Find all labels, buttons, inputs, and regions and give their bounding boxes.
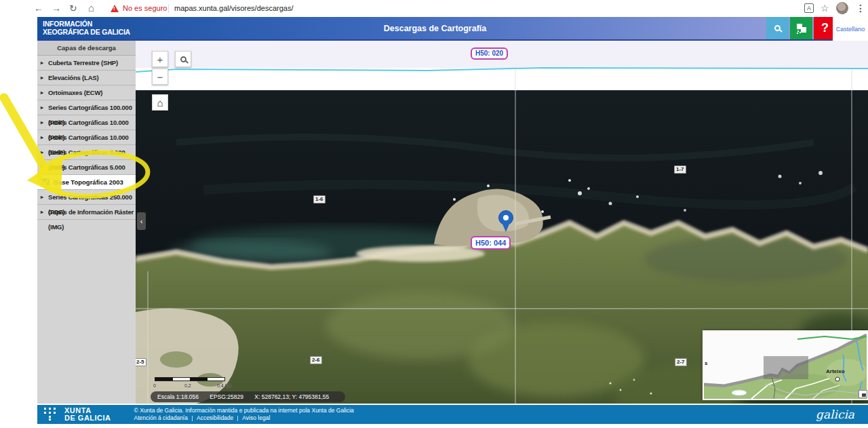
scale-tick: 0,4 km	[217, 383, 231, 388]
caret-icon: ▸	[41, 85, 43, 100]
sidebar-subitem-base-topografica-2003[interactable]: Base Topográfica 2003	[37, 175, 136, 190]
grid-label-1-7[interactable]: 1-7	[674, 166, 686, 174]
grid-label-2-7[interactable]: 2-7	[675, 358, 687, 366]
reload-icon[interactable]: ↻	[69, 2, 77, 14]
sidebar-item-series-5000-dgn[interactable]: ▾Series Cartográficas 5.000 (DGN)	[37, 160, 136, 175]
footer-link-atencion[interactable]: Atención á cidadanía	[134, 414, 188, 421]
map-status-bar: Escala 1:18.056 EPSG:25829 X: 528762,13;…	[151, 391, 345, 402]
epsg-readout: EPSG:25829	[210, 393, 243, 400]
extent-rectangle[interactable]	[764, 356, 808, 379]
help-label: ?	[821, 21, 829, 35]
scale-tick: 0	[153, 383, 156, 388]
caret-open-icon: ▾	[41, 160, 43, 175]
language-selector[interactable]: Castellano	[833, 17, 868, 41]
sidebar-item-ortoimaxes[interactable]: ▸Ortoimaxes (ECW)	[37, 85, 136, 100]
download-layers-sidebar: Capas de descarga ▸Cuberta Terrestre (SH…	[37, 41, 136, 404]
search-icon	[774, 25, 781, 31]
sidebar-subitem-label: Base Topográfica 2003	[54, 178, 123, 186]
sidebar-item-series-10000-shp[interactable]: ▸Series Cartográficas 10.000 (SHP)	[37, 130, 136, 145]
grid-label-2-6[interactable]: 2-6	[310, 356, 322, 364]
sidebar-item-capas-raster[interactable]: ▸Capas de Información Ráster (IMG)	[37, 205, 136, 220]
footer-copyright: © Xunta de Galicia. Información mantida …	[134, 407, 354, 414]
caret-icon: ▸	[41, 190, 43, 205]
sidebar-item-series-10000-pdf[interactable]: ▸Series Cartográficas 10.000 (PDF)	[37, 115, 136, 130]
home-extent-button[interactable]: ⌂	[152, 94, 168, 111]
base-topografica-checkbox[interactable]	[42, 178, 50, 186]
xunta-brand: XUNTA DE GALICIA	[64, 407, 111, 422]
sidebar-collapse-handle[interactable]: ‹	[137, 212, 146, 230]
layers-icon	[797, 24, 806, 33]
caret-icon: ▸	[41, 130, 43, 145]
url-separator	[168, 4, 169, 13]
sidebar-item-label: Ortoimaxes (ECW)	[48, 89, 102, 96]
scale-readout: Escala 1:18.056	[157, 393, 199, 400]
search-button[interactable]	[766, 17, 789, 39]
overview-toggle-button[interactable]	[859, 390, 867, 398]
sidebar-item-label: Cuberta Terrestre (SHP)	[48, 59, 118, 66]
coordinates-readout: X: 528762,13; Y: 4795381,55	[254, 393, 329, 400]
caret-icon: ▸	[41, 205, 43, 220]
grid-label-1-6[interactable]: 1-6	[313, 195, 326, 203]
footer-link-accesibilidade[interactable]: Accesibilidade	[197, 414, 233, 421]
sidebar-item-cuberta-terrestre[interactable]: ▸Cuberta Terrestre (SHP)	[37, 56, 136, 71]
avatar[interactable]	[836, 2, 848, 14]
overview-map[interactable]: Arteixo s	[703, 330, 868, 400]
map-search-button[interactable]	[175, 51, 191, 67]
xunta-logo-icon	[44, 408, 59, 421]
footer-link-aviso-legal[interactable]: Aviso legal	[242, 414, 270, 421]
map-viewport[interactable]: H50: 020 H50: 044 1-6 1-7 2-5 2-6 2-7 + …	[136, 41, 868, 404]
overview-topo	[704, 332, 867, 399]
caret-icon: ▸	[41, 71, 43, 85]
translate-icon[interactable]: A	[804, 3, 814, 13]
sidebar-title: Capas de descarga	[37, 41, 136, 56]
sheet-label-h50-020[interactable]: H50: 020	[471, 47, 508, 60]
zoom-out-button[interactable]: −	[152, 69, 168, 85]
security-warning-label[interactable]: No es seguro	[123, 4, 167, 12]
caret-icon: ▸	[41, 100, 43, 115]
beach	[356, 246, 485, 262]
map-pin-icon[interactable]	[498, 210, 513, 233]
footer-links: Atención á cidadaníaAccesibilidadeAviso …	[134, 414, 354, 422]
no-imagery-band-2	[136, 68, 868, 90]
overview-cut-label: s	[705, 360, 707, 366]
overview-place-label: Arteixo	[826, 368, 845, 374]
sidebar-item-label: Elevacións (LAS)	[48, 74, 98, 81]
sidebar-item-series-100000-pdf[interactable]: ▸Series Cartográficas 100.000 (PDF)	[37, 100, 136, 115]
caret-icon: ▸	[41, 115, 43, 130]
security-warning-icon[interactable]: !	[111, 5, 119, 12]
sidebar-item-label: Capas de Información Ráster (IMG)	[48, 208, 134, 231]
galicia-logo: galicia	[816, 408, 854, 421]
map-tools-button[interactable]	[790, 17, 812, 39]
bookmark-star-icon[interactable]: ☆	[821, 2, 829, 14]
brand-line2: DE GALICIA	[64, 414, 111, 422]
browser-chrome: ← → ↻ ⌂ ! No es seguro mapas.xunta.gal/v…	[0, 0, 868, 17]
caret-icon: ▸	[41, 145, 43, 160]
sidebar-item-series-5000-pdf[interactable]: ▸Series Cartográficas 5.000 (PDF)	[37, 145, 136, 160]
grid-label-2-5[interactable]: 2-5	[136, 358, 146, 366]
home-icon[interactable]: ⌂	[88, 2, 94, 14]
page-title: Descargas de Cartografía	[37, 24, 833, 33]
app-header: INFORMACIÓN XEOGRÁFICA DE GALICIA Descar…	[37, 17, 833, 41]
caret-icon: ▸	[41, 56, 43, 71]
back-icon[interactable]: ←	[34, 2, 43, 14]
browser-menu-icon[interactable]: ⋮	[856, 2, 865, 14]
scale-tick: 0,2	[184, 383, 191, 388]
url-text[interactable]: mapas.xunta.gal/visores/descargas/	[174, 4, 293, 12]
sidebar-item-series-250000-pdf[interactable]: ▸Series Cartográficas 250.000 (PDF)	[37, 190, 136, 205]
scale-bar	[155, 377, 225, 381]
forward-icon[interactable]: →	[52, 2, 61, 14]
sidebar-item-elevacions[interactable]: ▸Elevacións (LAS)	[37, 71, 136, 85]
zoom-in-button[interactable]: +	[152, 51, 168, 67]
search-icon	[180, 56, 186, 62]
footer-text: © Xunta de Galicia. Información mantida …	[134, 407, 354, 422]
screen: ← → ↻ ⌂ ! No es seguro mapas.xunta.gal/v…	[0, 0, 868, 428]
footer: XUNTA DE GALICIA © Xunta de Galicia. Inf…	[37, 405, 868, 424]
sheet-label-h50-044[interactable]: H50: 044	[471, 236, 511, 250]
